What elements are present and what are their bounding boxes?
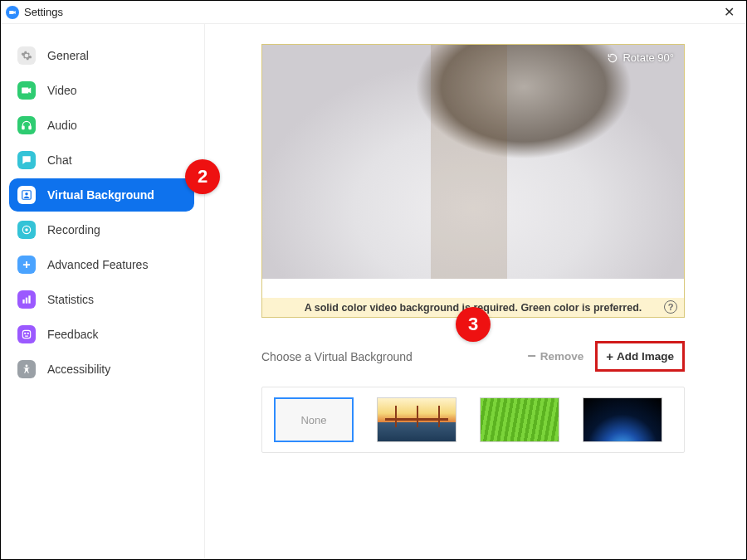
sidebar: General Video Audio Chat Virtual Backgro [1,24,205,559]
svg-rect-1 [29,126,31,129]
rotate-button[interactable]: Rotate 90° [607,51,674,64]
sidebar-item-label: Video [47,84,77,97]
close-icon[interactable]: ✕ [719,4,740,20]
thumb-none-label: None [300,414,326,426]
svg-point-12 [26,364,28,367]
sidebar-item-feedback[interactable]: Feedback [9,318,194,351]
remove-label: Remove [540,350,584,363]
choose-background-label: Choose a Virtual Background [261,350,527,363]
plus-icon: + [606,349,613,363]
video-icon [17,81,36,100]
sidebar-item-chat[interactable]: Chat [9,144,194,177]
content-area: Rotate 90° A solid color video backgroun… [205,24,746,559]
svg-rect-6 [22,299,24,304]
sidebar-item-label: Chat [47,153,72,167]
sidebar-item-statistics[interactable]: Statistics [9,283,194,316]
svg-point-11 [27,333,28,334]
gear-icon [17,46,36,65]
sidebar-item-audio[interactable]: Audio [9,109,194,142]
headphones-icon [17,116,36,134]
background-thumbnails: None [261,387,685,453]
sidebar-item-label: Accessibility [47,363,110,376]
sidebar-item-advanced-features[interactable]: Advanced Features [9,248,194,281]
add-image-button[interactable]: + Add Image [595,341,685,372]
sidebar-item-label: Advanced Features [47,258,148,271]
titlebar: Settings ✕ [1,1,746,24]
add-image-label: Add Image [617,350,674,363]
face-icon [17,325,36,343]
svg-point-5 [25,228,28,231]
sidebar-item-label: Audio [47,119,77,132]
annotation-callout-2: 2 [185,159,220,194]
record-icon [17,221,36,239]
chat-icon [17,151,36,169]
sidebar-item-label: Recording [47,223,100,236]
sidebar-item-general[interactable]: General [9,39,194,72]
window-title: Settings [24,6,63,18]
thumb-earth[interactable] [583,397,662,442]
app-icon [6,6,19,19]
thumb-grass[interactable] [480,397,559,442]
svg-point-3 [25,192,28,196]
svg-rect-9 [22,330,30,338]
sidebar-item-virtual-background[interactable]: Virtual Background [9,178,194,212]
sidebar-item-video[interactable]: Video [9,74,194,107]
thumb-bridge[interactable] [377,397,456,442]
person-icon [17,360,36,378]
sidebar-item-label: Feedback [47,328,98,341]
svg-rect-7 [26,298,27,304]
rotate-label: Rotate 90° [622,51,674,64]
video-preview [262,45,684,279]
annotation-callout-3: 3 [456,307,491,342]
bars-icon [17,290,36,309]
help-icon[interactable]: ? [664,300,677,314]
portrait-icon [17,186,36,204]
thumb-none[interactable]: None [274,397,354,442]
sidebar-item-label: Virtual Background [47,188,154,202]
svg-point-10 [25,333,26,334]
sidebar-item-accessibility[interactable]: Accessibility [9,353,194,386]
svg-rect-8 [28,295,30,303]
sidebar-item-label: General [47,49,89,62]
remove-button[interactable]: − Remove [527,350,583,363]
sidebar-item-recording[interactable]: Recording [9,213,194,246]
sidebar-item-label: Statistics [47,293,94,306]
video-preview-container: Rotate 90° [261,44,685,298]
plus-icon [17,256,36,274]
svg-rect-0 [22,126,24,129]
